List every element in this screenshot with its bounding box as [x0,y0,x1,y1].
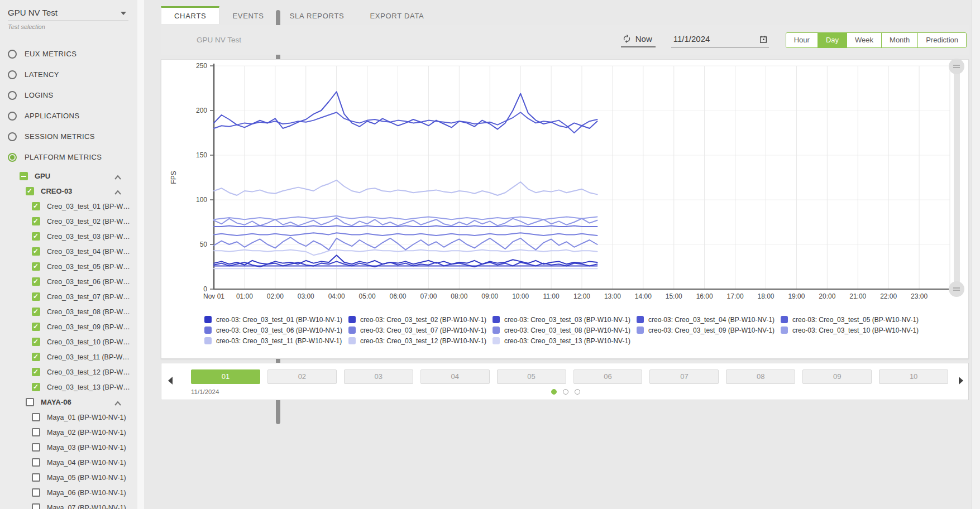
checkbox-checked-icon[interactable] [32,323,40,331]
page-prev-arrow-icon[interactable] [168,377,173,385]
checkbox-unchecked-icon[interactable] [32,443,40,452]
tab-export-data[interactable]: EXPORT DATA [357,6,437,24]
tree-test-item[interactable]: Creo_03_test_06 (BP-W10-NV-1) [8,274,137,289]
tree-test-item[interactable]: Creo_03_test_02 (BP-W10-NV-1) [8,214,137,229]
pagination-dot-3[interactable] [575,389,580,395]
tab-events[interactable]: EVENTS [219,6,276,24]
tree-test-item[interactable]: Creo_03_test_01 (BP-W10-NV-1) [8,199,137,214]
page-next-arrow-icon[interactable] [959,377,963,385]
window-scrollbar-track[interactable] [972,0,980,509]
now-button[interactable]: Now [621,32,656,47]
legend-item-creo-03-test-13-bp-w10-nv-1[interactable]: creo-03: Creo_03_test_13 (BP-W10-NV-1) [493,337,637,345]
checkbox-checked-icon[interactable] [32,353,40,361]
day-tile-06[interactable]: 06 [573,369,643,384]
metric-radio-eux-metrics[interactable]: EUX METRICS [8,44,137,64]
tree-test-item[interactable]: Creo_03_test_03 (BP-W10-NV-1) [8,229,137,244]
checkbox-unchecked-icon[interactable] [26,398,34,406]
chevron-up-icon[interactable] [114,190,122,195]
checkbox-unchecked-icon[interactable] [32,488,40,497]
tree-test-item[interactable]: Creo_03_test_07 (BP-W10-NV-1) [8,289,137,304]
tree-test-item[interactable]: Maya_06 (BP-W10-NV-1) [8,485,137,500]
tree-test-item[interactable]: Creo_03_test_08 (BP-W10-NV-1) [8,304,137,319]
day-tile-04[interactable]: 04 [420,369,490,384]
checkbox-checked-icon[interactable] [32,383,40,391]
checkbox-checked-icon[interactable] [32,368,40,376]
tree-group-gpu[interactable]: GPU [8,169,137,184]
legend-item-creo-03-test-11-bp-w10-nv-1[interactable]: creo-03: Creo_03_test_11 (BP-W10-NV-1) [204,337,348,345]
checkbox-checked-icon[interactable] [32,292,40,301]
tree-test-item[interactable]: Maya_04 (BP-W10-NV-1) [8,455,137,470]
metric-radio-session-metrics[interactable]: SESSION METRICS [8,126,137,147]
tree-test-item[interactable]: Maya_01 (BP-W10-NV-1) [8,410,137,425]
checkbox-unchecked-icon[interactable] [32,503,40,509]
vertical-zoom-slider-handle-bottom[interactable] [949,281,964,297]
chevron-up-icon[interactable] [114,401,122,406]
legend-item-creo-03-test-10-bp-w10-nv-1[interactable]: creo-03: Creo_03_test_10 (BP-W10-NV-1) [781,326,925,334]
tree-test-item[interactable]: Creo_03_test_13 (BP-W10-NV-1) [8,380,137,395]
tree-test-item[interactable]: Creo_03_test_05 (BP-W10-NV-1) [8,259,137,274]
tab-charts[interactable]: CHARTS [161,6,219,24]
pagination-dot-2[interactable] [563,389,568,395]
test-selector-value[interactable]: GPU NV Test [8,8,128,21]
tree-test-item[interactable]: Creo_03_test_09 (BP-W10-NV-1) [8,319,137,334]
tree-test-item[interactable]: Maya_03 (BP-W10-NV-1) [8,440,137,455]
tree-test-item[interactable]: Maya_07 (BP-W10-NV-1) [8,500,137,509]
tree-test-item[interactable]: Maya_02 (BP-W10-NV-1) [8,425,137,440]
tree-test-item[interactable]: Creo_03_test_12 (BP-W10-NV-1) [8,364,137,380]
range-button-day[interactable]: Day [818,33,847,47]
range-button-week[interactable]: Week [847,33,881,47]
checkbox-checked-icon[interactable] [32,202,40,210]
pagination-dot-1[interactable] [551,389,557,395]
checkbox-unchecked-icon[interactable] [32,473,40,482]
checkbox-indeterminate-icon[interactable] [20,172,28,180]
legend-item-creo-03-test-09-bp-w10-nv-1[interactable]: creo-03: Creo_03_test_09 (BP-W10-NV-1) [637,326,781,334]
legend-item-creo-03-test-08-bp-w10-nv-1[interactable]: creo-03: Creo_03_test_08 (BP-W10-NV-1) [493,326,637,334]
day-tile-05[interactable]: 05 [497,369,566,384]
metric-radio-latency[interactable]: LATENCY [8,64,137,85]
checkbox-unchecked-icon[interactable] [32,413,40,421]
tree-test-item[interactable]: Creo_03_test_11 (BP-W10-NV-1) [8,349,137,364]
day-tile-02[interactable]: 02 [267,369,337,384]
tree-test-item[interactable]: Creo_03_test_04 (BP-W10-NV-1) [8,244,137,259]
metric-radio-applications[interactable]: APPLICATIONS [8,105,137,126]
metric-radio-platform-metrics[interactable]: PLATFORM METRICS [8,147,137,167]
legend-item-creo-03-test-02-bp-w10-nv-1[interactable]: creo-03: Creo_03_test_02 (BP-W10-NV-1) [348,316,493,324]
date-field[interactable]: 11/1/2024 [671,32,769,47]
checkbox-unchecked-icon[interactable] [32,458,40,467]
day-tile-08[interactable]: 08 [726,369,795,384]
sidebar-scrollbar-track[interactable] [137,0,144,509]
legend-item-creo-03-test-12-bp-w10-nv-1[interactable]: creo-03: Creo_03_test_12 (BP-W10-NV-1) [348,337,493,345]
range-button-hour[interactable]: Hour [786,33,818,47]
checkbox-checked-icon[interactable] [32,232,40,241]
tab-sla-reports[interactable]: SLA REPORTS [277,6,357,24]
metric-radio-logins[interactable]: LOGINS [8,85,137,105]
vertical-zoom-slider-track[interactable] [954,66,960,289]
checkbox-checked-icon[interactable] [32,308,40,316]
chevron-up-icon[interactable] [114,175,122,180]
legend-item-creo-03-test-07-bp-w10-nv-1[interactable]: creo-03: Creo_03_test_07 (BP-W10-NV-1) [348,326,493,334]
test-selector-dropdown[interactable]: GPU NV Test Test selection [8,8,128,30]
day-tile-01[interactable]: 01 [191,369,260,384]
day-tile-03[interactable]: 03 [344,369,413,384]
legend-item-creo-03-test-01-bp-w10-nv-1[interactable]: creo-03: Creo_03_test_01 (BP-W10-NV-1) [204,316,348,324]
legend-item-creo-03-test-03-bp-w10-nv-1[interactable]: creo-03: Creo_03_test_03 (BP-W10-NV-1) [493,316,637,324]
checkbox-checked-icon[interactable] [32,277,40,286]
legend-item-creo-03-test-04-bp-w10-nv-1[interactable]: creo-03: Creo_03_test_04 (BP-W10-NV-1) [637,316,781,324]
tree-host-maya-06[interactable]: MAYA-06 [8,395,137,410]
legend-item-creo-03-test-06-bp-w10-nv-1[interactable]: creo-03: Creo_03_test_06 (BP-W10-NV-1) [204,326,348,334]
calendar-icon[interactable] [759,35,768,44]
legend-item-creo-03-test-05-bp-w10-nv-1[interactable]: creo-03: Creo_03_test_05 (BP-W10-NV-1) [781,316,925,324]
checkbox-checked-icon[interactable] [26,187,34,195]
checkbox-unchecked-icon[interactable] [32,428,40,436]
range-button-month[interactable]: Month [881,33,917,47]
tree-host-creo-03[interactable]: CREO-03 [8,184,137,199]
day-tile-09[interactable]: 09 [802,369,872,384]
day-tile-07[interactable]: 07 [649,369,719,384]
vertical-zoom-slider-handle-top[interactable] [949,59,964,74]
checkbox-checked-icon[interactable] [32,262,40,271]
checkbox-checked-icon[interactable] [32,338,40,346]
tree-test-item[interactable]: Creo_03_test_10 (BP-W10-NV-1) [8,334,137,349]
checkbox-checked-icon[interactable] [32,247,40,256]
day-tile-10[interactable]: 10 [879,369,948,384]
checkbox-checked-icon[interactable] [32,217,40,225]
